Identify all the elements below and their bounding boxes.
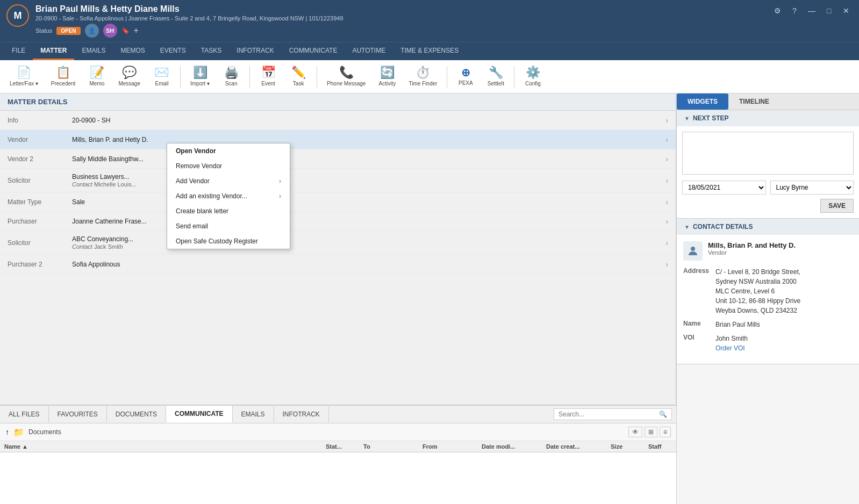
col-header-from[interactable]: From bbox=[418, 443, 477, 450]
tab-documents[interactable]: DOCUMENTS bbox=[107, 406, 166, 422]
list-view-button[interactable]: ≡ bbox=[660, 427, 671, 437]
maximize-button[interactable]: □ bbox=[822, 4, 835, 17]
matter-row-solicitor2[interactable]: Solicitor ABC Conveyancing... Contact Ja… bbox=[0, 231, 676, 255]
col-header-datecrt[interactable]: Date creat... bbox=[542, 443, 606, 450]
add-vendor-arrow-icon: › bbox=[279, 177, 281, 185]
eye-view-button[interactable]: 👁 bbox=[628, 427, 642, 437]
help-button[interactable]: ? bbox=[788, 4, 801, 17]
settleit-button[interactable]: 🔧 SettleIt bbox=[482, 63, 510, 90]
tab-communicate[interactable]: COMMUNICATE bbox=[166, 406, 232, 423]
menu-memos[interactable]: MEMOS bbox=[113, 42, 152, 60]
ctx-open-vendor[interactable]: Open Vendor bbox=[167, 143, 290, 159]
contact-avatar-icon bbox=[683, 241, 703, 261]
matter-row-solicitor1[interactable]: Solicitor Business Lawyers... Contact Mi… bbox=[0, 169, 676, 192]
pexa-button[interactable]: ⊕ PEXA bbox=[452, 64, 479, 89]
ctx-add-vendor[interactable]: Add Vendor › bbox=[167, 174, 290, 189]
menu-autotime[interactable]: AUTOTIME bbox=[345, 42, 393, 60]
matter-row-matter-type[interactable]: Matter Type Sale › bbox=[0, 192, 676, 212]
menu-communicate[interactable]: COMMUNICATE bbox=[282, 42, 345, 60]
contact-details-header[interactable]: ▼ CONTACT DETAILS bbox=[677, 219, 859, 235]
matter-value-vendor: Mills, Brian P. and Hetty D. bbox=[72, 136, 665, 143]
tab-infotrack[interactable]: INFOTRACK bbox=[274, 406, 329, 422]
matter-row-purchaser2[interactable]: Purchaser 2 Sofia Appolinous › bbox=[0, 255, 676, 274]
email-icon: ✉️ bbox=[154, 67, 169, 78]
email-button[interactable]: ✉️ Email bbox=[148, 63, 176, 90]
next-step-controls: 18/05/2021 Lucy Byrne bbox=[682, 181, 854, 195]
config-label: Config bbox=[525, 81, 541, 87]
col-header-datemod[interactable]: Date modi... bbox=[477, 443, 542, 450]
minimize-button[interactable]: — bbox=[805, 4, 818, 17]
settleit-label: SettleIt bbox=[488, 81, 504, 87]
col-header-staff[interactable]: Staff bbox=[644, 443, 676, 450]
next-step-textarea[interactable] bbox=[682, 132, 854, 175]
menu-matter[interactable]: MATTER bbox=[33, 42, 74, 60]
search-input[interactable] bbox=[559, 411, 659, 418]
add-icon[interactable]: + bbox=[134, 26, 139, 35]
menu-tasks[interactable]: TASKS bbox=[194, 42, 229, 60]
memo-button[interactable]: 📝 Memo bbox=[83, 63, 111, 90]
menu-emails[interactable]: EMAILS bbox=[74, 42, 113, 60]
config-button[interactable]: ⚙️ Config bbox=[519, 63, 547, 90]
matter-row-vendor2[interactable]: Vendor 2 Sally Middle Basingthw... › bbox=[0, 149, 676, 169]
toolbar-separator-4 bbox=[447, 66, 447, 88]
next-step-save-button[interactable]: SAVE bbox=[820, 199, 854, 213]
folder-icon: 📁 bbox=[13, 427, 24, 437]
event-button[interactable]: 📅 Event bbox=[254, 63, 282, 90]
menu-time-expenses[interactable]: TIME & EXPENSES bbox=[393, 42, 466, 60]
right-tab-widgets[interactable]: WIDGETS bbox=[677, 93, 728, 110]
matter-value-matter-type: Sale bbox=[72, 198, 665, 206]
context-menu: Open Vendor Remove Vendor Add Vendor › A… bbox=[167, 143, 290, 249]
time-finder-icon: ⏱️ bbox=[416, 67, 430, 78]
ctx-open-vendor-label: Open Vendor bbox=[176, 147, 216, 155]
next-step-assignee-dropdown[interactable]: Lucy Byrne bbox=[770, 181, 854, 195]
ctx-send-email-label: Send email bbox=[176, 222, 208, 230]
contact-name-row: Name Brian Paul Mills bbox=[683, 320, 853, 329]
matter-row-info[interactable]: Info 20-0900 - SH › bbox=[0, 111, 676, 130]
ctx-open-safe-custody[interactable]: Open Safe Custody Register bbox=[167, 234, 290, 249]
letter-fax-icon: 📄 bbox=[17, 67, 31, 78]
memo-icon: 📝 bbox=[90, 67, 104, 78]
tab-emails[interactable]: EMAILS bbox=[233, 406, 274, 422]
right-tab-timeline[interactable]: TIMELINE bbox=[728, 93, 780, 110]
menu-events[interactable]: EVENTS bbox=[153, 42, 194, 60]
menu-file[interactable]: FILE bbox=[4, 42, 33, 60]
import-button[interactable]: ⬇️ Import ▾ bbox=[185, 63, 215, 90]
config-icon: ⚙️ bbox=[526, 67, 540, 78]
scan-button[interactable]: 🖨️ Scan bbox=[217, 63, 245, 90]
contact-details-section: ▼ CONTACT DETAILS Mills, Brian P. and He… bbox=[677, 219, 859, 364]
phone-message-button[interactable]: 📞 Phone Message bbox=[321, 63, 371, 90]
solicitor1-arrow-icon: › bbox=[665, 176, 668, 185]
main-area: MATTER DETAILS Info 20-0900 - SH › Vendo… bbox=[0, 93, 859, 504]
tab-favourites[interactable]: FAVOURITES bbox=[49, 406, 107, 422]
tab-all-files[interactable]: ALL FILES bbox=[0, 406, 49, 422]
matter-value-solicitor1: Business Lawyers... Contact Michelle Lou… bbox=[72, 173, 665, 188]
next-step-header[interactable]: ▼ NEXT STEP bbox=[677, 110, 859, 126]
ctx-create-blank-letter[interactable]: Create blank letter bbox=[167, 204, 290, 219]
activity-button[interactable]: 🔄 Activity bbox=[373, 63, 401, 90]
matter-value-purchaser: Joanne Catherine Frase... bbox=[72, 218, 665, 225]
settings-button[interactable]: ⚙ bbox=[771, 4, 784, 17]
message-button[interactable]: 💬 Message bbox=[113, 63, 146, 90]
close-button[interactable]: ✕ bbox=[840, 4, 853, 17]
up-folder-button[interactable]: ↑ bbox=[5, 428, 9, 436]
col-header-name[interactable]: Name ▲ bbox=[0, 443, 321, 450]
time-finder-button[interactable]: ⏱️ Time Finder bbox=[403, 63, 442, 90]
ctx-send-email[interactable]: Send email bbox=[167, 219, 290, 234]
matter-row-purchaser[interactable]: Purchaser Joanne Catherine Frase... › bbox=[0, 212, 676, 231]
menu-infotrack[interactable]: INFOTRACK bbox=[229, 42, 281, 60]
next-step-date-dropdown[interactable]: 18/05/2021 bbox=[682, 181, 766, 195]
col-header-stat[interactable]: Stat... bbox=[321, 443, 359, 450]
task-button[interactable]: ✏️ Task bbox=[284, 63, 312, 90]
letter-fax-button[interactable]: 📄 Letter/Fax ▾ bbox=[4, 63, 44, 90]
col-header-size[interactable]: Size bbox=[606, 443, 644, 450]
grid-view-button[interactable]: ⊞ bbox=[645, 427, 657, 437]
precedent-button[interactable]: 📋 Precedent bbox=[46, 63, 81, 90]
ctx-add-existing-vendor[interactable]: Add an existing Vendor... › bbox=[167, 189, 290, 204]
contact-details-collapse-icon: ▼ bbox=[684, 224, 690, 230]
ctx-remove-vendor[interactable]: Remove Vendor bbox=[167, 159, 290, 174]
contact-voi-value: John Smith Order VOI bbox=[715, 334, 853, 353]
col-header-to[interactable]: To bbox=[359, 443, 418, 450]
matter-row-vendor[interactable]: Vendor Mills, Brian P. and Hetty D. › Op… bbox=[0, 130, 676, 149]
order-voi-link[interactable]: Order VOI bbox=[715, 344, 745, 352]
activity-icon: 🔄 bbox=[380, 67, 395, 78]
